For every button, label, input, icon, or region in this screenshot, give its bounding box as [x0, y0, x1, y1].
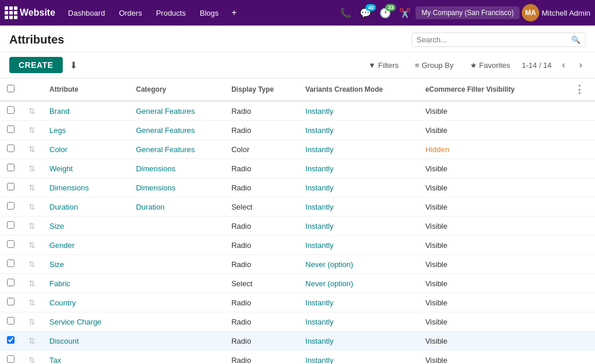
row-checkbox[interactable] — [7, 355, 15, 363]
pagination-next[interactable]: › — [576, 59, 586, 71]
row-drag-handle-cell: ⇅ — [21, 331, 42, 351]
row-checkbox[interactable] — [7, 240, 15, 248]
drag-handle-icon[interactable]: ⇅ — [28, 183, 35, 192]
favorites-button[interactable]: ★ Favorites — [465, 59, 515, 72]
messages-badge: 40 — [365, 4, 376, 11]
top-navigation: Website Dashboard Orders Products Blogs … — [0, 0, 595, 26]
row-filter-visibility: Visible — [418, 312, 554, 331]
table-row: ⇅ Tax Radio Instantly Visible — [0, 351, 595, 365]
drag-handle-icon[interactable]: ⇅ — [28, 106, 35, 116]
th-variants-creation-mode[interactable]: Variants Creation Mode — [299, 78, 418, 101]
nav-products[interactable]: Products — [150, 6, 191, 20]
row-display-type: Radio — [224, 312, 298, 331]
drag-handle-icon[interactable]: ⇅ — [28, 164, 35, 173]
activity-icon[interactable]: 🕐 33 — [377, 5, 393, 21]
toolbar: CREATE ⬇ ▼ Filters ≡ Group By ★ Favorite… — [0, 52, 595, 78]
row-checkbox[interactable] — [7, 279, 15, 286]
table-row: ⇅ Size Radio Instantly Visible — [0, 217, 595, 236]
row-checkbox[interactable] — [7, 260, 15, 267]
table-row: ⇅ Size Radio Never (option) Visible — [0, 255, 595, 274]
app-logo[interactable]: Website — [5, 6, 55, 19]
th-category[interactable]: Category — [129, 78, 224, 101]
table-header-row: Attribute Category Display Type Variants… — [0, 78, 595, 101]
user-name[interactable]: Mitchell Admin — [542, 9, 590, 17]
row-filter-visibility: Visible — [418, 293, 554, 312]
drag-handle-icon[interactable]: ⇅ — [28, 279, 35, 288]
filters-button[interactable]: ▼ Filters — [364, 59, 403, 72]
avatar[interactable]: MA — [522, 4, 539, 21]
row-variants-mode: Never (option) — [299, 274, 418, 293]
row-display-type: Radio — [224, 255, 298, 274]
drag-handle-icon[interactable]: ⇅ — [28, 317, 35, 326]
drag-handle-icon[interactable]: ⇅ — [28, 336, 35, 345]
row-display-type: Radio — [224, 178, 298, 197]
row-checkbox-cell — [0, 236, 21, 255]
row-variants-mode: Never (option) — [299, 255, 418, 274]
row-drag-handle-cell: ⇅ — [21, 121, 42, 140]
row-variants-mode: Instantly — [299, 178, 418, 197]
row-checkbox[interactable] — [7, 183, 15, 190]
row-checkbox[interactable] — [7, 125, 15, 133]
row-category: General Features — [129, 101, 224, 121]
row-checkbox[interactable] — [7, 202, 15, 210]
page-header: Attributes 🔍 — [0, 26, 595, 52]
th-display-type[interactable]: Display Type — [224, 78, 298, 101]
filter-icon: ▼ — [368, 61, 376, 70]
th-attribute[interactable]: Attribute — [42, 78, 129, 101]
drag-handle-icon[interactable]: ⇅ — [28, 145, 35, 154]
th-more-options[interactable]: ⋮ — [554, 78, 595, 101]
row-filter-visibility: Visible — [418, 178, 554, 197]
page-title: Attributes — [9, 33, 64, 46]
pagination-prev[interactable]: ‹ — [558, 59, 568, 71]
nav-orders[interactable]: Orders — [113, 6, 148, 20]
row-checkbox[interactable] — [7, 106, 15, 114]
table-row: ⇅ Service Charge Radio Instantly Visible — [0, 312, 595, 331]
row-checkbox[interactable] — [7, 164, 15, 171]
row-checkbox[interactable] — [7, 336, 15, 344]
search-icon[interactable]: 🔍 — [571, 35, 580, 44]
drag-handle-icon[interactable]: ⇅ — [28, 221, 35, 230]
row-checkbox[interactable] — [7, 221, 15, 229]
row-category — [129, 236, 224, 255]
row-category — [129, 331, 224, 351]
create-button[interactable]: CREATE — [9, 57, 63, 73]
grid-icon — [5, 6, 15, 19]
pagination-info: 1-14 / 14 — [522, 61, 551, 70]
drag-handle-icon[interactable]: ⇅ — [28, 260, 35, 269]
row-attribute: Duration — [42, 197, 129, 217]
table-row: ⇅ Brand General Features Radio Instantly… — [0, 101, 595, 121]
drag-handle-icon[interactable]: ⇅ — [28, 125, 35, 135]
th-ecommerce-filter-visibility[interactable]: eCommerce Filter Visibility — [418, 78, 554, 101]
nav-add-button[interactable]: + — [227, 5, 241, 20]
phone-icon[interactable]: 📞 — [338, 5, 354, 21]
select-all-checkbox[interactable] — [7, 85, 15, 92]
groupby-button[interactable]: ≡ Group By — [410, 59, 458, 72]
row-checkbox[interactable] — [7, 317, 15, 325]
row-more-cell — [554, 331, 595, 351]
drag-handle-icon[interactable]: ⇅ — [28, 298, 35, 307]
drag-handle-icon[interactable]: ⇅ — [28, 202, 35, 211]
row-display-type: Radio — [224, 121, 298, 140]
drag-handle-icon[interactable]: ⇅ — [28, 355, 35, 364]
row-checkbox[interactable] — [7, 145, 15, 152]
drag-handle-icon[interactable]: ⇅ — [28, 240, 35, 250]
row-more-cell — [554, 178, 595, 197]
settings-icon[interactable]: ✂️ — [397, 5, 413, 21]
import-icon[interactable]: ⬇ — [67, 57, 80, 73]
row-checkbox-cell — [0, 293, 21, 312]
row-drag-handle-cell: ⇅ — [21, 217, 42, 236]
search-input[interactable] — [417, 35, 571, 44]
row-display-type: Radio — [224, 293, 298, 312]
row-drag-handle-cell: ⇅ — [21, 312, 42, 331]
company-selector[interactable]: My Company (San Francisco) — [415, 6, 519, 19]
row-more-cell — [554, 217, 595, 236]
row-checkbox[interactable] — [7, 298, 15, 305]
row-checkbox-cell — [0, 274, 21, 293]
select-all-header[interactable] — [0, 78, 21, 101]
table-row: ⇅ Legs General Features Radio Instantly … — [0, 121, 595, 140]
row-more-cell — [554, 351, 595, 365]
row-variants-mode: Instantly — [299, 159, 418, 178]
messages-icon[interactable]: 💬 40 — [357, 5, 374, 21]
nav-dashboard[interactable]: Dashboard — [62, 6, 111, 20]
nav-blogs[interactable]: Blogs — [194, 6, 225, 20]
